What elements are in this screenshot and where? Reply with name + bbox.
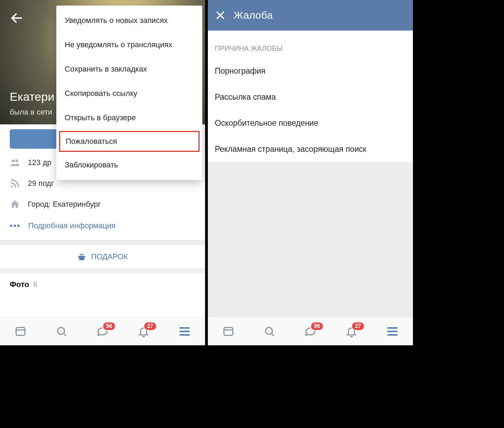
- tab-bar: 96 27: [0, 317, 205, 345]
- reason-item[interactable]: Рассылка спама: [208, 84, 413, 110]
- city-text: Город: Екатеринбург: [28, 200, 101, 209]
- left-phone: Екатери была в сети Сообц 123 др 29 подг: [0, 0, 205, 345]
- notify-badge: 27: [351, 322, 365, 331]
- tab-messages[interactable]: 96: [302, 323, 319, 340]
- friends-text: 123 др: [28, 158, 51, 167]
- followers-text: 29 подг: [28, 179, 54, 188]
- messages-badge: 96: [103, 322, 116, 331]
- dots-icon: •••: [10, 221, 21, 231]
- reason-item[interactable]: Оскорбительное поведение: [208, 110, 413, 136]
- reason-item[interactable]: Порнография: [208, 58, 413, 84]
- svg-rect-7: [16, 327, 25, 335]
- svg-point-2: [15, 159, 18, 162]
- tab-notifications[interactable]: 27: [343, 323, 360, 340]
- gift-icon: [77, 252, 86, 261]
- menu-item[interactable]: Открыть в браузере: [56, 106, 202, 130]
- notify-badge: 27: [144, 322, 157, 331]
- city-row[interactable]: Город: Екатеринбург: [10, 194, 195, 215]
- menu-item[interactable]: Уведомлять о новых записях: [56, 8, 202, 33]
- hamburger-icon: [179, 327, 190, 336]
- gift-button[interactable]: ПОДАРОК: [0, 245, 205, 273]
- reason-item[interactable]: Рекламная страница, засоряющая поиск: [208, 136, 413, 162]
- profile-name: Екатери: [10, 90, 54, 104]
- tab-search[interactable]: [261, 323, 278, 340]
- messages-badge: 96: [310, 322, 324, 331]
- more-info-label: Подробная информация: [28, 221, 115, 230]
- last-seen: была в сети: [10, 108, 52, 117]
- photo-section-header[interactable]: Фото 6: [0, 273, 205, 289]
- rss-icon: [10, 178, 20, 189]
- appbar-title: Жалоба: [234, 9, 273, 21]
- back-icon[interactable]: [10, 11, 24, 25]
- svg-line-10: [64, 333, 66, 336]
- photo-label: Фото: [10, 280, 29, 289]
- app-bar: Жалоба: [208, 0, 413, 31]
- menu-item[interactable]: Скопировать ссылку: [56, 81, 202, 106]
- tab-feed[interactable]: [220, 323, 237, 340]
- svg-point-1: [12, 159, 15, 162]
- menu-item[interactable]: Сохранить в закладках: [56, 57, 202, 81]
- svg-point-15: [266, 327, 273, 334]
- hamburger-icon: [387, 327, 398, 336]
- svg-rect-6: [81, 255, 82, 260]
- tab-messages[interactable]: 96: [94, 323, 111, 340]
- menu-item[interactable]: Заблокировать: [56, 153, 202, 177]
- svg-rect-13: [224, 327, 233, 335]
- menu-item[interactable]: Пожаловаться: [59, 131, 200, 152]
- tab-menu[interactable]: [176, 323, 193, 340]
- tab-search[interactable]: [53, 323, 70, 340]
- photo-count: 6: [33, 280, 38, 289]
- tab-bar: 96 27: [208, 317, 413, 345]
- svg-point-9: [58, 327, 65, 334]
- overflow-menu: Уведомлять о новых записяхНе уведомлять …: [56, 6, 202, 180]
- svg-line-16: [271, 333, 274, 336]
- right-phone: Жалоба ПРИЧИНА ЖАЛОБЫ ПорнографияРассылк…: [208, 0, 413, 345]
- svg-point-3: [11, 186, 13, 187]
- gift-label: ПОДАРОК: [91, 252, 128, 261]
- close-icon[interactable]: [215, 10, 226, 21]
- home-icon: [10, 199, 20, 209]
- menu-item[interactable]: Не уведомлять о трансляциях: [56, 33, 202, 57]
- tab-menu[interactable]: [384, 323, 401, 340]
- tab-feed[interactable]: [12, 323, 29, 340]
- reasons-list: ПорнографияРассылка спамаОскорбительное …: [208, 58, 413, 162]
- more-info-row[interactable]: ••• Подробная информация: [0, 215, 205, 245]
- people-icon: [10, 157, 20, 168]
- reason-section-label: ПРИЧИНА ЖАЛОБЫ: [208, 31, 413, 58]
- tab-notifications[interactable]: 27: [135, 323, 152, 340]
